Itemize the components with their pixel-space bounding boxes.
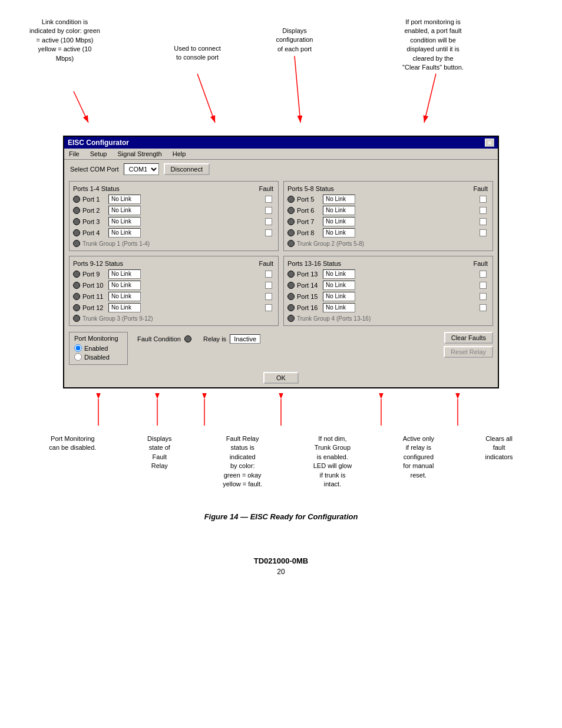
disabled-label: Disabled bbox=[84, 354, 110, 361]
port-12-fault-checkbox[interactable] bbox=[265, 304, 272, 311]
svg-line-2 bbox=[197, 74, 215, 123]
port-5-status: No Link bbox=[323, 195, 355, 204]
port-8-label: Port 8 bbox=[297, 229, 320, 236]
ports-13-16-group: Ports 13-16 Status Fault Port 13 No Link… bbox=[283, 256, 493, 326]
page-number: 20 bbox=[12, 568, 550, 576]
ok-button[interactable]: OK bbox=[263, 372, 299, 384]
port-7-row: Port 7 No Link bbox=[287, 217, 489, 226]
port-9-fault-checkbox[interactable] bbox=[265, 271, 272, 278]
menu-file[interactable]: File bbox=[67, 150, 82, 158]
port-2-fault-checkbox[interactable] bbox=[265, 207, 272, 214]
ports-1-4-title: Ports 1-4 Status bbox=[73, 185, 120, 192]
port-10-led bbox=[73, 282, 80, 289]
port-9-row: Port 9 No Link bbox=[73, 269, 275, 279]
port-2-led bbox=[73, 207, 80, 214]
port-13-led bbox=[287, 271, 295, 278]
port-11-led bbox=[73, 293, 80, 300]
port-10-label: Port 10 bbox=[82, 282, 106, 289]
annot-col-6: Clears allfaultindicators bbox=[485, 434, 513, 489]
ports-grid: Ports 1-4 Status Fault Port 1 No Link Po… bbox=[64, 179, 498, 328]
port-14-fault-checkbox[interactable] bbox=[480, 282, 487, 289]
clear-faults-button[interactable]: Clear Faults bbox=[444, 332, 493, 344]
port-16-row: Port 16 No Link bbox=[287, 303, 489, 312]
ports-13-16-fault-header: Fault bbox=[474, 260, 488, 267]
port-15-status: No Link bbox=[323, 292, 355, 301]
menu-setup[interactable]: Setup bbox=[88, 150, 110, 158]
port-13-row: Port 13 No Link bbox=[287, 269, 489, 279]
annot-col-2: Displaysstate ofFaultRelay bbox=[147, 434, 172, 489]
port-3-fault-checkbox[interactable] bbox=[265, 218, 272, 225]
port-10-fault-checkbox[interactable] bbox=[265, 282, 272, 289]
port-9-status: No Link bbox=[108, 269, 141, 279]
disconnect-button[interactable]: Disconnect bbox=[164, 163, 210, 175]
port-monitoring-group: Port Monitoring Enabled Disabled bbox=[69, 332, 128, 365]
svg-line-3 bbox=[295, 56, 300, 123]
annotation-link-condition: Link condition is indicated by color: gr… bbox=[29, 18, 100, 63]
trunk-3-row: Trunk Group 3 (Ports 9-12) bbox=[73, 315, 275, 322]
enabled-radio-row: Enabled bbox=[74, 344, 123, 352]
trunk-1-row: Trunk Group 1 (Ports 1-4) bbox=[73, 240, 275, 247]
annot-col-4: If not dim,Trunk Groupis enabled.LED wil… bbox=[313, 434, 352, 489]
doc-number: TD021000-0MB bbox=[12, 556, 550, 565]
port-10-row: Port 10 No Link bbox=[73, 281, 275, 290]
annotation-port-fault: If port monitoring isenabled, a port fau… bbox=[389, 18, 477, 72]
port-2-status: No Link bbox=[108, 206, 141, 215]
port-1-fault-checkbox[interactable] bbox=[265, 196, 272, 203]
annotation-displays: Displaysconfigurationof each port bbox=[265, 27, 324, 54]
menu-signal-strength[interactable]: Signal Strength bbox=[115, 150, 164, 158]
trunk-1-led bbox=[73, 240, 80, 247]
port-12-label: Port 12 bbox=[82, 304, 106, 311]
port-monitoring-title: Port Monitoring bbox=[74, 335, 123, 342]
ports-9-12-fault-header: Fault bbox=[259, 260, 273, 267]
port-12-status: No Link bbox=[108, 303, 141, 312]
close-button[interactable]: × bbox=[485, 139, 494, 147]
port-3-row: Port 3 No Link bbox=[73, 217, 275, 226]
port-16-label: Port 16 bbox=[297, 304, 320, 311]
eisc-menubar: File Setup Signal Strength Help bbox=[64, 149, 498, 160]
fault-condition-led bbox=[184, 335, 191, 342]
port-11-row: Port 11 No Link bbox=[73, 292, 275, 301]
port-11-label: Port 11 bbox=[82, 293, 106, 300]
com-port-select[interactable]: COM1 bbox=[124, 163, 159, 175]
ok-area: OK bbox=[64, 368, 498, 387]
trunk-4-label: Trunk Group 4 (Ports 13-16) bbox=[297, 315, 371, 322]
port-6-label: Port 6 bbox=[297, 207, 320, 214]
port-7-status: No Link bbox=[323, 217, 355, 226]
annot-col-1: Port Monitoringcan be disabled. bbox=[49, 434, 96, 489]
port-7-fault-checkbox[interactable] bbox=[480, 218, 487, 225]
port-8-status: No Link bbox=[323, 228, 355, 238]
menu-help[interactable]: Help bbox=[170, 150, 189, 158]
port-11-fault-checkbox[interactable] bbox=[265, 293, 272, 300]
port-8-fault-checkbox[interactable] bbox=[480, 229, 487, 236]
figure-caption-text: Figure 14 — EISC Ready for Configuration bbox=[204, 512, 358, 521]
port-16-status: No Link bbox=[323, 303, 355, 312]
port-7-led bbox=[287, 218, 295, 225]
port-15-label: Port 15 bbox=[297, 293, 320, 300]
reset-relay-button[interactable]: Reset Relay bbox=[444, 346, 493, 358]
fault-condition-group: Fault Condition Relay is Inactive bbox=[133, 332, 265, 346]
enabled-radio[interactable] bbox=[74, 344, 82, 352]
port-12-row: Port 12 No Link bbox=[73, 303, 275, 312]
port-16-fault-checkbox[interactable] bbox=[480, 304, 487, 311]
port-13-fault-checkbox[interactable] bbox=[480, 271, 487, 278]
port-15-fault-checkbox[interactable] bbox=[480, 293, 487, 300]
port-14-led bbox=[287, 282, 295, 289]
port-14-row: Port 14 No Link bbox=[287, 281, 489, 290]
ports-5-8-group: Ports 5-8 Status Fault Port 5 No Link Po… bbox=[283, 181, 493, 251]
port-11-status: No Link bbox=[108, 292, 141, 301]
eisc-window: EISC Configurator × File Setup Signal St… bbox=[63, 136, 499, 388]
port-1-led bbox=[73, 196, 80, 203]
disabled-radio[interactable] bbox=[74, 353, 82, 361]
port-1-label: Port 1 bbox=[82, 196, 106, 203]
port-8-led bbox=[287, 229, 295, 236]
trunk-4-row: Trunk Group 4 (Ports 13-16) bbox=[287, 315, 489, 322]
port-4-fault-checkbox[interactable] bbox=[265, 229, 272, 236]
trunk-3-label: Trunk Group 3 (Ports 9-12) bbox=[82, 315, 153, 322]
svg-line-1 bbox=[74, 91, 88, 123]
port-5-led bbox=[287, 196, 295, 203]
port-6-fault-checkbox[interactable] bbox=[480, 207, 487, 214]
svg-line-4 bbox=[424, 74, 436, 123]
port-5-fault-checkbox[interactable] bbox=[480, 196, 487, 203]
annotation-console: Used to connectto console port bbox=[165, 44, 230, 62]
port-7-label: Port 7 bbox=[297, 218, 320, 225]
